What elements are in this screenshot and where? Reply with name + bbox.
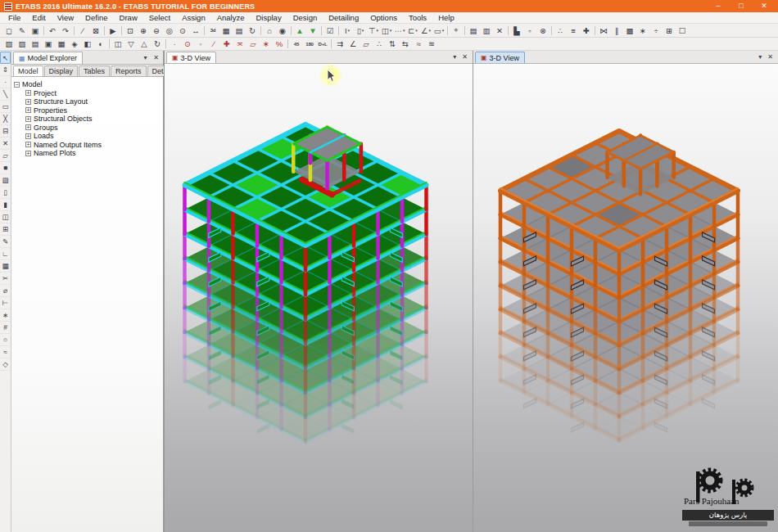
frame-point-loads-icon[interactable]: 180 <box>304 38 316 50</box>
draw-window-icon[interactable]: ⊞ <box>0 223 11 236</box>
refresh-all-windows-icon[interactable]: ↻ <box>152 38 164 50</box>
menu-options[interactable]: Options <box>364 12 403 24</box>
snap-to-grid-icon[interactable]: # <box>0 322 11 334</box>
left-3d-view-canvas[interactable] <box>165 64 473 532</box>
replicate-icon[interactable]: ∥ <box>611 25 623 37</box>
left-3d-view-tab[interactable]: ▣ 3-D View <box>166 52 216 63</box>
right-3d-view-tab[interactable]: ▣ 3-D View <box>475 52 525 63</box>
move-down-in-list-icon[interactable]: ▼ <box>307 25 319 37</box>
angle-section-icon[interactable]: ∠▾ <box>420 25 432 37</box>
rubber-band-zoom-icon[interactable]: ⊡ <box>124 25 137 37</box>
right-view-close-icon[interactable]: ✕ <box>767 53 773 61</box>
assign-joint-spring-icon[interactable]: ⊙ <box>182 38 194 50</box>
section-designer-icon[interactable]: ◈ <box>69 38 81 50</box>
draw-dimension-icon[interactable]: ⊢ <box>0 297 11 309</box>
channel-section-dropdown-icon[interactable]: ▾ <box>415 28 418 33</box>
object-viewer-icon[interactable]: ◉ <box>277 25 289 37</box>
assign-load-percent-icon[interactable]: % <box>274 38 286 50</box>
plan-view-icon[interactable]: ▦ <box>220 25 233 37</box>
draw-frame-icon[interactable]: ╲ <box>0 88 11 101</box>
clear-selection-icon[interactable]: ⊗ <box>537 25 550 37</box>
tree-item-structure-layout[interactable]: +Structure Layout <box>14 97 161 106</box>
draw-develop-elevation-icon[interactable]: ∟ <box>0 248 11 260</box>
left-view-dropdown-icon[interactable]: ▾ <box>453 53 456 61</box>
new-model-icon[interactable]: ◻ <box>3 25 16 37</box>
select-by-box-icon[interactable]: ▫ <box>524 25 536 37</box>
check-model-icon[interactable]: ☐ <box>676 25 689 37</box>
move-up-in-list-icon[interactable]: ▲ <box>294 25 306 37</box>
draw-opening-icon[interactable]: ▨ <box>0 174 11 187</box>
quick-draw-wall-icon[interactable]: ▮ <box>0 199 11 211</box>
maximize-button[interactable]: □ <box>731 0 751 12</box>
menu-define[interactable]: Define <box>79 12 113 24</box>
tree-item-loads[interactable]: +Loads <box>14 132 161 141</box>
undo-icon[interactable]: ↶ <box>47 25 59 37</box>
previous-zoom-icon[interactable]: ⊙ <box>177 25 189 37</box>
assign-frame-sections-icon[interactable]: ≍ <box>234 38 247 50</box>
tee-section-icon[interactable]: ⊤▾ <box>368 25 380 37</box>
show-tables-icon[interactable]: ▙ <box>511 25 523 37</box>
explorer-tab-model[interactable]: Model <box>13 65 43 76</box>
frame-section-i-icon[interactable]: I▾ <box>342 25 354 37</box>
column-section-dropdown-icon[interactable]: ▾ <box>362 28 364 33</box>
default-3d-view-icon[interactable]: 3d <box>207 25 219 37</box>
select-connected-icon[interactable]: ∴ <box>554 25 567 37</box>
draw-joint-icon[interactable]: ∙ <box>0 76 11 88</box>
assign-frame-releases-icon[interactable]: ∕ <box>208 38 220 50</box>
paste-object-icon[interactable]: ▥ <box>481 25 493 37</box>
save-picture-icon[interactable]: ▣ <box>43 38 55 50</box>
menu-assign[interactable]: Assign <box>176 12 211 24</box>
show-model-explorer-icon[interactable]: ▧ <box>3 38 16 50</box>
open-section-library-icon[interactable]: ◧ <box>82 38 94 50</box>
display-options-icon[interactable]: ☑ <box>324 25 337 37</box>
assign-area-loads-icon[interactable]: ∗ <box>260 38 273 50</box>
show-rendering-icon[interactable]: ≈ <box>413 38 425 50</box>
copy-object-icon[interactable]: ▤ <box>468 25 480 37</box>
quick-draw-frame-icon[interactable]: ▭ <box>0 101 11 113</box>
snap-to-points-icon[interactable]: ∗ <box>0 309 11 322</box>
show-frames-icon[interactable]: ∠ <box>347 38 360 50</box>
explorer-tab-display[interactable]: Display <box>44 65 79 76</box>
tree-item-project[interactable]: +Project <box>14 89 161 98</box>
left-view-close-icon[interactable]: ✕ <box>462 53 468 61</box>
menu-file[interactable]: File <box>2 12 26 24</box>
menu-help[interactable]: Help <box>432 12 460 24</box>
section-cut-icon[interactable]: ✂ <box>0 273 11 285</box>
merge-points-icon[interactable]: ∗ <box>637 25 649 37</box>
edit-grid-data-icon[interactable]: ▩ <box>624 25 636 37</box>
expand-icon[interactable]: + <box>25 107 31 113</box>
link-section-icon[interactable]: ⋯▾ <box>394 25 406 37</box>
assign-joint-restraint-icon[interactable]: ∙ <box>169 38 181 50</box>
zoom-out-icon[interactable]: ⊖ <box>151 25 163 37</box>
show-named-display-icon[interactable]: △ <box>138 38 151 50</box>
print-table-icon[interactable]: ▨ <box>16 38 29 50</box>
expand-icon[interactable]: + <box>25 133 31 139</box>
menu-analyze[interactable]: Analyze <box>211 12 251 24</box>
show-grid-icon[interactable]: ▦ <box>0 260 11 273</box>
show-loads-icon[interactable]: ⇉ <box>334 38 346 50</box>
tree-item-groups[interactable]: +Groups <box>14 124 161 133</box>
right-3d-view-canvas[interactable] <box>473 64 778 532</box>
restore-full-view-icon[interactable]: ◎ <box>164 25 176 37</box>
select-pointer-icon[interactable]: ↖ <box>0 52 11 64</box>
close-button[interactable]: ✕ <box>754 0 774 12</box>
show-extrusions-icon[interactable]: ⇆ <box>400 38 412 50</box>
tree-item-properties[interactable]: +Properties <box>14 106 161 115</box>
draw-door-icon[interactable]: ◫ <box>0 211 11 223</box>
elevation-view-icon[interactable]: ▤ <box>233 25 246 37</box>
menu-tools[interactable]: Tools <box>403 12 432 24</box>
draw-wall-icon[interactable]: ▯ <box>0 187 11 199</box>
refresh-window-icon[interactable]: ∕ <box>77 25 89 37</box>
window-layout-icon[interactable]: ◫ <box>112 38 124 50</box>
expand-icon[interactable]: + <box>25 90 31 96</box>
column-section-icon[interactable]: ▯▾ <box>355 25 367 37</box>
move-objects-icon[interactable]: ✚ <box>581 25 593 37</box>
quick-draw-braces-icon[interactable]: ╳ <box>0 113 11 125</box>
draw-brace-icon[interactable]: ◇ <box>0 358 11 371</box>
assign-frame-local-axes-icon[interactable]: ✚ <box>221 38 233 50</box>
align-objects-icon[interactable]: ≡ <box>568 25 580 37</box>
link-section-dropdown-icon[interactable]: ▾ <box>403 28 405 33</box>
mirror-objects-icon[interactable]: ⋈ <box>598 25 610 37</box>
expand-icon[interactable]: + <box>25 151 31 156</box>
menu-edit[interactable]: Edit <box>26 12 51 24</box>
